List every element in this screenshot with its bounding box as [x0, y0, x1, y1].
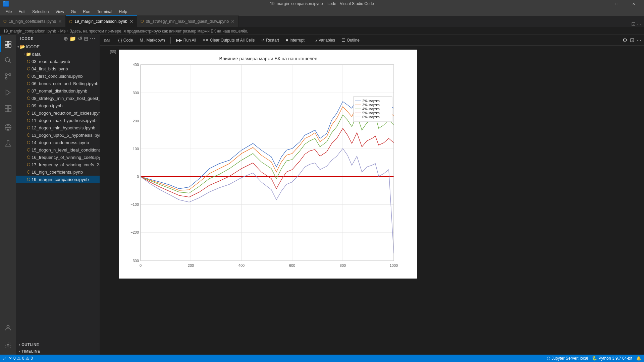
refresh-icon[interactable]: ↺: [78, 36, 83, 42]
python-icon: 🐍: [592, 356, 597, 361]
tree-file-10[interactable]: ⬡ 13_dogon_upto1_5_hypothesis.ipynb: [16, 131, 100, 139]
activity-source-control[interactable]: [0, 68, 16, 84]
tree-file-7[interactable]: ⬡ 10_dogon_reduction_of_icicles.ipynb: [16, 109, 100, 117]
collapse-icon[interactable]: ⊟: [84, 36, 89, 42]
breadcrumb-item[interactable]: Здесь, на простом примере, я продемонстр…: [70, 29, 248, 34]
tree-file-14[interactable]: ⬡ 17_frequency_of_winning_coefs_2.ipynb: [16, 161, 100, 168]
jupyter-label: Jupyter Server: local: [551, 356, 588, 361]
tree-file-4[interactable]: ⬡ 07_normal_distribution.ipynb: [16, 87, 100, 95]
sidebar-ellipsis[interactable]: ···: [90, 36, 96, 42]
menu-file[interactable]: File: [3, 9, 14, 15]
menu-edit[interactable]: Edit: [16, 9, 28, 15]
variables-button[interactable]: 𝑥 Variables: [313, 37, 338, 44]
arrow-timeline: ›: [19, 349, 20, 353]
toolbar-ellipsis[interactable]: ···: [637, 37, 641, 43]
menu-go[interactable]: Go: [68, 9, 79, 15]
activity-settings[interactable]: [0, 337, 16, 353]
tree-file-9[interactable]: ⬡ 12_dogon_min_hypothesis.ipynb: [16, 124, 100, 131]
activity-explorer[interactable]: [0, 36, 16, 52]
markdown-button[interactable]: M↓ Markdown: [137, 37, 167, 44]
tree-file-15[interactable]: ⬡ 18_high_coefficients.ipynb: [16, 168, 100, 176]
svg-text:1000: 1000: [390, 263, 398, 267]
tab-close-icon[interactable]: ✕: [58, 19, 62, 24]
activity-run[interactable]: [0, 84, 16, 101]
error-count[interactable]: ✕ 0 ⚠ 0 ⚠ 0: [9, 356, 33, 361]
activity-account[interactable]: [0, 320, 16, 336]
svg-text:100: 100: [133, 147, 139, 151]
activity-search[interactable]: [0, 52, 16, 68]
tab-08-strategy[interactable]: ⬡ 08_strategy_min_max_host_guest_draw.ip…: [137, 15, 239, 27]
sidebar: ICODE ⊕ 📁 ↺ ⊟ ··· ▾ 📂 ICODE › 📁 data ⬡: [16, 35, 100, 355]
cell-55: [55] Влияние размера маржи БК на наш кош…: [105, 48, 639, 279]
tree-file-16[interactable]: ⬡ 19_margin_comparison.ipynb: [16, 176, 100, 183]
breadcrumb-file[interactable]: 19_margin_comparison.ipynb: [3, 29, 56, 34]
svg-line-5: [9, 61, 11, 63]
error-icon: ✕: [9, 356, 12, 361]
svg-rect-11: [8, 106, 11, 108]
code-button[interactable]: { } Code: [115, 37, 136, 44]
y-axis-labels: 400 300 200 100 0 −100 −200 −300: [130, 63, 139, 263]
maximize-button[interactable]: □: [609, 0, 625, 7]
new-file-icon[interactable]: ⊕: [63, 36, 68, 42]
remote-indicator[interactable]: ⇌: [3, 356, 6, 361]
status-left: ⇌ ✕ 0 ⚠ 0 ⚠ 0: [3, 356, 33, 361]
outline-button[interactable]: ☰ Outline: [339, 37, 362, 44]
tree-file-2[interactable]: ⬡ 05_first_conclusions.ipynb: [16, 72, 100, 80]
sidebar-title: ICODE: [20, 37, 34, 41]
restart-button[interactable]: ↺ Restart: [259, 37, 282, 44]
tree-root-folder[interactable]: ▾ 📂 ICODE: [16, 43, 100, 50]
split-editor-icon[interactable]: ⊡: [631, 21, 636, 27]
tree-file-8[interactable]: ⬡ 11_dogon_max_hypothesis.ipynb: [16, 117, 100, 124]
tree-data-folder[interactable]: › 📁 data: [16, 50, 100, 58]
warning-icon2: ⚠: [25, 356, 29, 361]
tree-file-11[interactable]: ⬡ 14_dogon_randomness.ipynb: [16, 139, 100, 146]
file-label-5: 08_strategy_min_max_host_guest_draw.i...: [32, 96, 100, 101]
more-actions-icon[interactable]: ···: [637, 21, 641, 27]
activity-remote[interactable]: [0, 119, 16, 135]
menu-selection[interactable]: Selection: [30, 9, 51, 15]
svg-text:4% маржа: 4% маржа: [362, 107, 380, 111]
svg-text:6% маржа: 6% маржа: [362, 115, 380, 119]
split-view-icon[interactable]: ⊡: [630, 37, 634, 43]
settings-icon[interactable]: ⚙: [623, 37, 627, 43]
menu-terminal[interactable]: Terminal: [94, 9, 115, 15]
tree-file-3[interactable]: ⬡ 06_bonus_coin_and_Betting.ipynb: [16, 80, 100, 87]
tab-18-high-coefficients[interactable]: ⬡ 18_high_coefficients.ipynb ✕: [0, 15, 66, 27]
jupyter-server[interactable]: ⬡ Jupyter Server: local: [547, 356, 588, 361]
file-icon-8: ⬡: [27, 118, 30, 123]
svg-text:400: 400: [133, 63, 139, 67]
activity-testing[interactable]: [0, 135, 16, 152]
outline-header[interactable]: › OUTLINE: [16, 342, 100, 347]
tree-file-13[interactable]: ⬡ 16_frequency_of_winning_coefs.ipynb: [16, 154, 100, 161]
tree-file-12[interactable]: ⬡ 15_dogon_n_level_ideal_conditions.ipyn…: [16, 146, 100, 154]
tree-file-1[interactable]: ⬡ 04_first_bids.ipynb: [16, 65, 100, 72]
file-label-7: 10_dogon_reduction_of_icicles.ipynb: [32, 111, 100, 116]
tab-19-margin-comparison[interactable]: ⬡ 19_margin_comparison.ipynb ✕: [66, 15, 137, 27]
breadcrumb-section[interactable]: Мэ: [60, 29, 65, 34]
tree-file-0[interactable]: ⬡ 03_read_data.ipynb: [16, 58, 100, 65]
bell-icon[interactable]: 🔔: [636, 356, 641, 361]
svg-point-8: [9, 74, 11, 76]
tab-active-close-icon[interactable]: ✕: [129, 19, 133, 24]
clear-outputs-button[interactable]: ≡✕ Clear Outputs of All Cells: [200, 37, 257, 44]
menu-run[interactable]: Run: [80, 9, 93, 15]
minimize-button[interactable]: ─: [592, 0, 608, 7]
tree-file-6[interactable]: ⬡ 09_dogon.ipynb: [16, 102, 100, 109]
new-folder-icon[interactable]: 📁: [69, 36, 76, 42]
code-label: Code: [123, 38, 133, 43]
menu-help[interactable]: Help: [116, 9, 130, 15]
tab-strategy-close-icon[interactable]: ✕: [231, 19, 235, 24]
file-icon-11: ⬡: [27, 140, 30, 145]
svg-rect-0: [5, 41, 8, 45]
interrupt-button[interactable]: ■ Interrupt: [283, 37, 307, 44]
timeline-header[interactable]: › TIMELINE: [16, 349, 100, 354]
svg-text:5% маржа: 5% маржа: [362, 111, 380, 115]
run-all-button[interactable]: ▶▶ Run All: [173, 37, 199, 44]
svg-text:3% маржа: 3% маржа: [362, 103, 380, 107]
python-version[interactable]: 🐍 Python 3.9.7 64-bit: [592, 356, 632, 361]
close-button[interactable]: ✕: [626, 0, 641, 7]
menu-view[interactable]: View: [53, 9, 67, 15]
activity-extensions[interactable]: [0, 101, 16, 117]
main-layout: ICODE ⊕ 📁 ↺ ⊟ ··· ▾ 📂 ICODE › 📁 data ⬡: [0, 35, 644, 355]
tree-file-5[interactable]: ⬡ 08_strategy_min_max_host_guest_draw.i.…: [16, 95, 100, 102]
